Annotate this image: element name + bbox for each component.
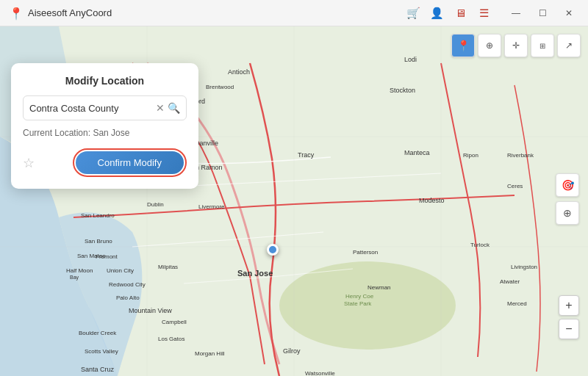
svg-text:Palo Alto: Palo Alto: [116, 294, 140, 301]
svg-text:Newman: Newman: [368, 284, 391, 291]
user-icon[interactable]: 👤: [426, 3, 447, 24]
favorite-button[interactable]: ☆: [23, 155, 35, 171]
move-mode-button[interactable]: ⊞: [531, 34, 554, 57]
svg-text:Livermore: Livermore: [198, 203, 225, 210]
search-icon[interactable]: 🔍: [168, 101, 180, 115]
svg-text:Fremont: Fremont: [96, 253, 118, 260]
svg-text:Campbell: Campbell: [162, 319, 187, 325]
svg-text:Stockton: Stockton: [390, 87, 415, 94]
menu-icon[interactable]: ☰: [473, 3, 494, 24]
location-search-input[interactable]: [29, 103, 153, 114]
zoom-in-button[interactable]: +: [559, 295, 579, 316]
svg-text:Santa Cruz: Santa Cruz: [81, 366, 115, 373]
search-row: ✕ 🔍: [23, 95, 187, 120]
modify-location-panel: Modify Location ✕ 🔍 Current Location: Sa…: [11, 63, 198, 189]
svg-text:San Jose: San Jose: [237, 269, 273, 278]
svg-text:San Bruno: San Bruno: [85, 238, 112, 245]
zoom-out-button[interactable]: −: [559, 319, 579, 339]
app-icon: 📍: [9, 7, 22, 20]
svg-text:Turlock: Turlock: [470, 242, 490, 248]
svg-text:Henry Coe: Henry Coe: [345, 293, 374, 300]
svg-text:Morgan Hill: Morgan Hill: [195, 350, 225, 357]
crosshair-button[interactable]: ⊕: [556, 201, 579, 225]
toolbar-icons: 🛒 👤 🖥 ☰: [403, 3, 494, 24]
zoom-controls: + −: [559, 295, 579, 339]
svg-text:Bay: Bay: [70, 275, 79, 281]
svg-text:Tracy: Tracy: [298, 151, 315, 159]
svg-text:Atwater: Atwater: [500, 278, 520, 285]
svg-text:Los Gatos: Los Gatos: [158, 336, 184, 342]
confirm-modify-button[interactable]: Confirm Modify: [76, 151, 184, 174]
screen-icon[interactable]: 🖥: [450, 3, 470, 24]
panel-footer: ☆ Confirm Modify: [23, 148, 187, 177]
svg-text:Watsonville: Watsonville: [305, 370, 335, 376]
target-icon-button[interactable]: 🎯: [556, 173, 579, 197]
clear-search-icon[interactable]: ✕: [156, 101, 165, 115]
svg-text:Scotts Valley: Scotts Valley: [85, 348, 118, 355]
route-mode-button[interactable]: ⊕: [478, 34, 501, 57]
svg-text:Boulder Creek: Boulder Creek: [79, 330, 117, 336]
svg-text:Gilroy: Gilroy: [283, 347, 301, 355]
svg-text:Ceres: Ceres: [507, 183, 523, 189]
svg-text:Antioch: Antioch: [228, 68, 250, 76]
svg-text:Lodi: Lodi: [404, 56, 417, 63]
svg-text:Patterson: Patterson: [353, 249, 378, 256]
svg-text:Riverbank: Riverbank: [507, 152, 534, 159]
map-controls: 📍 ⊕ ✛ ⊞ ↗: [451, 34, 581, 57]
svg-text:Redwood City: Redwood City: [109, 281, 146, 288]
title-bar: 📍 Aiseesoft AnyCoord 🛒 👤 🖥 ☰ — ☐ ✕: [0, 0, 588, 26]
svg-text:Manteca: Manteca: [404, 149, 430, 156]
current-location-label: Current Location: San Jose: [23, 128, 187, 138]
svg-text:Ripon: Ripon: [463, 152, 478, 159]
svg-text:Dublin: Dublin: [147, 201, 164, 208]
export-button[interactable]: ↗: [557, 34, 581, 57]
map-container[interactable]: Henry Coe State Park Antioch Brentwood C…: [0, 26, 588, 376]
close-button[interactable]: ✕: [559, 3, 579, 24]
svg-text:Milpitas: Milpitas: [158, 264, 178, 270]
window-controls: — ☐ ✕: [506, 3, 579, 24]
svg-text:Brentwood: Brentwood: [206, 84, 234, 90]
svg-text:Half Moon: Half Moon: [66, 267, 93, 274]
svg-text:Merced: Merced: [507, 300, 527, 307]
svg-text:San Leandro: San Leandro: [81, 212, 115, 219]
location-mode-button[interactable]: 📍: [451, 34, 475, 57]
cart-icon[interactable]: 🛒: [403, 3, 423, 24]
svg-text:Modesto: Modesto: [419, 197, 445, 204]
side-controls: 🎯 ⊕: [556, 173, 579, 229]
svg-text:Livingston: Livingston: [511, 264, 537, 270]
confirm-button-wrapper: Confirm Modify: [73, 148, 187, 177]
jump-mode-button[interactable]: ✛: [504, 34, 528, 57]
svg-text:Union City: Union City: [107, 267, 134, 274]
app-title: Aiseesoft AnyCoord: [28, 7, 403, 18]
minimize-button[interactable]: —: [506, 3, 526, 24]
svg-text:Mountain View: Mountain View: [129, 307, 172, 314]
location-pin: [267, 244, 279, 256]
svg-text:State Park: State Park: [344, 300, 372, 307]
maximize-button[interactable]: ☐: [532, 3, 553, 24]
panel-title: Modify Location: [23, 75, 187, 87]
